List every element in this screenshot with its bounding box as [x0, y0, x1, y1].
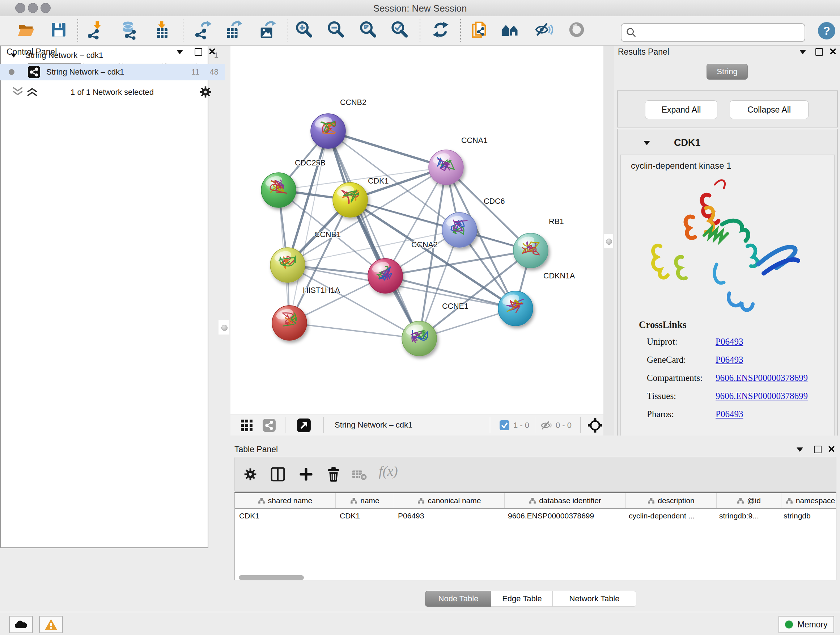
- create-column-plus-icon[interactable]: [298, 467, 314, 482]
- float-panel-icon[interactable]: [815, 48, 823, 56]
- collapse-all-button[interactable]: Collapse All: [729, 100, 808, 119]
- cell-1[interactable]: CDK1: [335, 509, 393, 523]
- memory-status-dot-icon: [785, 621, 793, 629]
- open-session-icon[interactable]: [17, 19, 36, 41]
- table-horizontal-scrollbar[interactable]: [239, 575, 304, 580]
- column-header--id[interactable]: @id: [717, 493, 782, 508]
- birds-eye-view-icon[interactable]: [297, 418, 311, 432]
- crosslink-link-uniprot[interactable]: P06493: [715, 337, 743, 347]
- crosslink-link-compartments[interactable]: 9606.ENSP00000378699: [715, 373, 808, 383]
- export-image-icon[interactable]: [257, 19, 276, 41]
- footer-separator: [535, 417, 535, 433]
- node-CDKN1A[interactable]: [498, 291, 533, 326]
- table-settings-gear-icon[interactable]: [243, 467, 258, 482]
- hide-selected-icon[interactable]: [534, 19, 553, 41]
- expand-all-networks-icon[interactable]: [12, 87, 23, 96]
- help-button[interactable]: ?: [818, 22, 835, 40]
- column-header-canonical-name[interactable]: canonical name: [394, 493, 505, 508]
- search-field[interactable]: [621, 23, 805, 42]
- tab-network-table[interactable]: Network Table: [553, 591, 636, 607]
- grid-view-icon[interactable]: [240, 419, 253, 432]
- tab-edge-table[interactable]: Edge Table: [491, 591, 553, 607]
- node-CCNA2[interactable]: [368, 258, 403, 293]
- column-header-namespace[interactable]: namespace: [782, 493, 836, 508]
- cloud-status-button[interactable]: [9, 616, 33, 633]
- node-CCNB2[interactable]: [311, 114, 346, 149]
- cell-3[interactable]: 9606.ENSP00000378699: [504, 509, 624, 523]
- tab-string[interactable]: String: [706, 64, 748, 80]
- results-buttons-box: Expand All Collapse All: [617, 90, 838, 127]
- edge-CCNA1-CDC25B[interactable]: [279, 167, 446, 190]
- node-HIST1H1A[interactable]: [272, 306, 307, 340]
- close-panel-icon[interactable]: [829, 48, 836, 55]
- import-table-from-file-icon[interactable]: [152, 19, 171, 41]
- search-input[interactable]: [638, 27, 805, 38]
- collapse-panel-icon[interactable]: [799, 50, 806, 54]
- show-columns-icon[interactable]: [270, 466, 286, 483]
- network-graph[interactable]: CCNB2CCNA1CDC25BCDK1CDC6RB1CCNB1CCNA2CDK…: [231, 46, 603, 415]
- memory-button[interactable]: Memory: [778, 616, 834, 633]
- column-header-description[interactable]: description: [626, 493, 717, 508]
- crosslink-row: Pharos:P06493: [647, 409, 828, 419]
- edge-CCNB2-CCNA1[interactable]: [328, 131, 446, 167]
- save-session-icon[interactable]: [49, 19, 68, 41]
- network-view-list-icon[interactable]: [262, 418, 276, 432]
- node-CCNA1[interactable]: [429, 150, 463, 185]
- collapse-all-networks-icon[interactable]: [27, 87, 38, 96]
- warning-status-button[interactable]: [39, 616, 63, 633]
- cell-2[interactable]: P06493: [393, 509, 504, 523]
- zoom-in-icon[interactable]: [294, 19, 313, 41]
- node-label-RB1: RB1: [549, 217, 564, 226]
- zoom-out-icon[interactable]: [326, 19, 345, 41]
- right-splitter[interactable]: [603, 46, 614, 435]
- left-splitter-handle[interactable]: [218, 320, 229, 334]
- show-all-icon[interactable]: [567, 19, 586, 41]
- node-CCNB1[interactable]: [270, 248, 305, 282]
- export-network-icon[interactable]: [193, 19, 212, 41]
- share-document-icon[interactable]: [471, 19, 489, 41]
- string-home-icon[interactable]: [501, 19, 519, 41]
- zoom-selected-icon[interactable]: [390, 19, 409, 41]
- delete-column-trash-icon[interactable]: [326, 466, 341, 483]
- cell-0[interactable]: CDK1: [235, 509, 335, 523]
- node-label-CCNB1: CCNB1: [314, 230, 341, 239]
- network-options-gear-icon[interactable]: [198, 85, 213, 99]
- network-collection-row[interactable]: String Network – cdk1 1: [0, 47, 225, 64]
- fit-selected-crosshair-icon[interactable]: [587, 417, 603, 433]
- cell-4[interactable]: cyclin-dependent ...: [624, 509, 715, 523]
- cell-5[interactable]: stringdb:9...: [715, 509, 779, 523]
- float-panel-icon[interactable]: [814, 446, 821, 453]
- close-panel-icon[interactable]: [828, 445, 835, 453]
- export-table-icon[interactable]: [224, 19, 243, 41]
- tab-node-table[interactable]: Node Table: [425, 591, 492, 607]
- node-CDC6[interactable]: [442, 212, 477, 247]
- node-CCNE1[interactable]: [402, 321, 437, 356]
- table-row[interactable]: CDK1CDK1P064939606.ENSP00000378699cyclin…: [235, 509, 836, 523]
- node-RB1[interactable]: [513, 233, 548, 268]
- column-header-shared-name[interactable]: shared name: [235, 493, 336, 508]
- import-network-from-database-icon[interactable]: [121, 19, 140, 41]
- edge-RB1-CCNA2[interactable]: [385, 250, 531, 276]
- refresh-view-icon[interactable]: [431, 19, 450, 41]
- column-header-name[interactable]: name: [336, 493, 394, 508]
- expand-all-button[interactable]: Expand All: [645, 100, 717, 119]
- column-header-database-identifier[interactable]: database identifier: [505, 493, 626, 508]
- node-CDC25B[interactable]: [261, 173, 296, 207]
- collapse-panel-icon[interactable]: [797, 448, 803, 452]
- crosslink-link-pharos[interactable]: P06493: [715, 409, 743, 419]
- network-canvas[interactable]: CCNB2CCNA1CDC25BCDK1CDC6RB1CCNB1CCNA2CDK…: [231, 46, 603, 415]
- cell-6[interactable]: stringdb: [779, 509, 836, 523]
- edge-HIST1H1A-CCNE1[interactable]: [289, 323, 419, 339]
- edge-CCNB2-CCNE1[interactable]: [328, 131, 419, 339]
- import-network-from-file-icon[interactable]: [86, 19, 104, 41]
- gene-description: cyclin-dependent kinase 1: [631, 161, 731, 171]
- node-CDK1[interactable]: [333, 182, 368, 217]
- collection-expand-icon[interactable]: [11, 54, 17, 57]
- network-row[interactable]: String Network – cdk1 11 48: [0, 64, 225, 80]
- selected-checkbox-icon[interactable]: [500, 420, 509, 430]
- gene-collapse-icon[interactable]: [644, 141, 650, 145]
- crosslink-link-genecard[interactable]: P06493: [715, 355, 743, 365]
- zoom-fit-icon[interactable]: [358, 19, 377, 41]
- crosslink-link-tissues[interactable]: 9606.ENSP00000378699: [715, 391, 808, 401]
- crosslinks-title: CrossLinks: [639, 319, 687, 331]
